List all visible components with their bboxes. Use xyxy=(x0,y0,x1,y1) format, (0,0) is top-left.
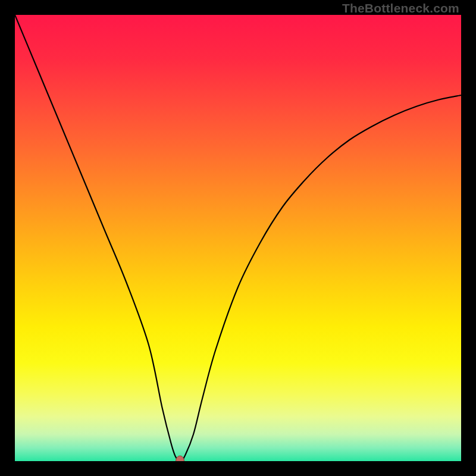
plot-area xyxy=(15,15,461,461)
watermark-text: TheBottleneck.com xyxy=(342,1,459,15)
bottleneck-curve xyxy=(15,15,461,461)
chart-stage: TheBottleneck.com xyxy=(0,0,476,476)
marker-dot xyxy=(176,456,184,461)
curve-layer xyxy=(15,15,461,461)
